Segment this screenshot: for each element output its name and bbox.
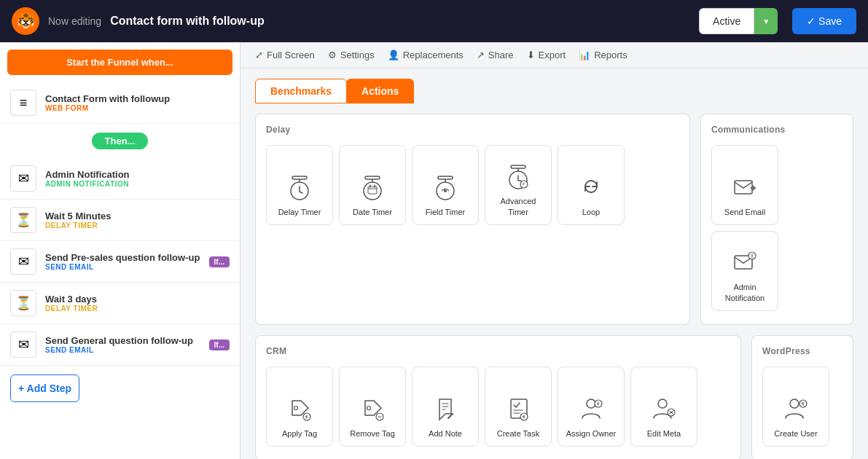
action-send-email[interactable]: Send Email — [711, 145, 778, 225]
send-email-icon — [730, 172, 759, 201]
wait-3-badge: DELAY TIMER — [45, 305, 230, 313]
sidebar: Start the Funnel when... ≡ Contact Form … — [0, 42, 241, 459]
sidebar-item-contact-form[interactable]: ≡ Contact Form with followup WEB FORM — [0, 82, 240, 124]
general-title: Send General question follow-up — [45, 335, 200, 346]
action-field-timer[interactable]: Field Timer — [412, 145, 479, 225]
delay-timer-icon — [285, 172, 314, 201]
sidebar-item-wait-5[interactable]: ⏳ Wait 5 Minutes DELAY TIMER — [0, 200, 240, 241]
admin-notification-badge: ADMIN NOTIFICATION — [45, 180, 230, 188]
advanced-timer-label: Advanced Timer — [491, 196, 545, 217]
then-label: Then... — [92, 133, 149, 149]
wait-5-icon: ⏳ — [10, 207, 36, 233]
action-advanced-timer[interactable]: Advanced Timer — [485, 145, 552, 225]
delay-section-title: Delay — [266, 125, 679, 135]
svg-point-17 — [367, 406, 371, 409]
svg-point-23 — [658, 399, 667, 408]
start-banner[interactable]: Start the Funnel when... — [7, 50, 232, 75]
toolbar: ⤢ Full Screen ⚙ Settings 👤 Replacements … — [241, 42, 868, 68]
svg-rect-4 — [368, 187, 377, 194]
contact-form-badge: WEB FORM — [45, 104, 230, 112]
replacements-icon: 👤 — [388, 50, 399, 60]
main-layout: Start the Funnel when... ≡ Contact Form … — [0, 42, 868, 459]
replacements-button[interactable]: 👤 Replacements — [388, 50, 464, 60]
tab-benchmarks[interactable]: Benchmarks — [255, 79, 347, 103]
general-badge: SEND EMAIL — [45, 346, 200, 354]
action-add-note[interactable]: Add Note — [412, 366, 479, 447]
add-note-label: Add Note — [429, 428, 462, 439]
remove-tag-icon — [358, 393, 387, 423]
apply-tag-label: Apply Tag — [282, 428, 317, 439]
action-delay-timer[interactable]: Delay Timer — [266, 145, 333, 225]
tab-actions[interactable]: Actions — [346, 79, 414, 103]
sidebar-item-admin-notification[interactable]: ✉ Admin Notification ADMIN NOTIFICATION — [0, 158, 240, 200]
action-remove-tag[interactable]: Remove Tag — [339, 366, 406, 447]
share-button[interactable]: ↗ Share — [477, 50, 514, 60]
sidebar-item-presales[interactable]: ✉ Send Pre-sales question follow-up SEND… — [0, 241, 240, 283]
actions-body: Delay Delay Timer — [241, 103, 868, 459]
add-step-button[interactable]: + Add Step — [10, 374, 79, 402]
create-user-label: Create User — [774, 428, 817, 439]
funnel-title: Contact form with follow-up — [110, 15, 265, 28]
crm-items-grid: Apply Tag Remove Tag — [266, 366, 730, 447]
svg-rect-8 — [511, 165, 525, 168]
admin-notification-label: Admin Notification — [718, 282, 772, 303]
reports-button[interactable]: 📊 Reports — [579, 50, 627, 60]
row-delay-comms: Delay Delay Timer — [255, 114, 853, 325]
export-icon: ⬇ — [527, 50, 535, 60]
action-apply-tag[interactable]: Apply Tag — [266, 366, 333, 447]
svg-point-21 — [587, 399, 595, 408]
save-button[interactable]: ✓ Save — [792, 8, 856, 34]
apply-tag-icon — [285, 393, 314, 423]
assign-owner-icon — [576, 393, 606, 423]
sidebar-item-general[interactable]: ✉ Send General question follow-up SEND E… — [0, 324, 240, 366]
admin-notification-icon: ✉ — [10, 165, 36, 192]
svg-point-3 — [364, 182, 381, 200]
admin-notification-icon — [730, 247, 759, 276]
sidebar-item-wait-3[interactable]: ⏳ Wait 3 days DELAY TIMER — [0, 283, 240, 324]
replacements-label: Replacements — [403, 50, 464, 60]
svg-rect-11 — [735, 181, 752, 194]
wait-5-badge: DELAY TIMER — [45, 221, 230, 230]
reports-label: Reports — [594, 50, 627, 60]
communications-section-title: Communications — [711, 125, 842, 135]
advanced-timer-icon — [504, 161, 533, 190]
fullscreen-label: Full Screen — [267, 50, 315, 60]
svg-rect-5 — [438, 176, 453, 179]
share-icon: ↗ — [477, 50, 485, 60]
create-task-label: Create Task — [497, 428, 540, 439]
now-editing-label: Now editing — [48, 15, 101, 27]
general-icon: ✉ — [10, 332, 36, 358]
export-button[interactable]: ⬇ Export — [527, 50, 566, 60]
wait-5-title: Wait 5 Minutes — [45, 211, 230, 221]
svg-point-7 — [444, 189, 447, 192]
action-admin-notification[interactable]: Admin Notification — [711, 231, 778, 311]
svg-rect-0 — [292, 176, 307, 179]
action-edit-meta[interactable]: Edit Meta — [630, 366, 697, 447]
status-active[interactable]: Active — [699, 8, 754, 34]
contact-form-icon: ≡ — [10, 90, 36, 116]
action-loop[interactable]: Loop — [558, 145, 625, 225]
fullscreen-button[interactable]: ⤢ Full Screen — [255, 50, 315, 60]
edit-meta-label: Edit Meta — [647, 428, 681, 439]
assign-owner-label: Assign Owner — [566, 428, 616, 439]
comms-items-grid: Send Email Admin Notification — [711, 145, 842, 311]
wordpress-section: WordPress Create User — [751, 335, 853, 459]
tabs-row: Benchmarks Actions — [241, 68, 868, 103]
settings-button[interactable]: ⚙ Settings — [328, 50, 375, 60]
send-email-label: Send Email — [724, 207, 765, 217]
edit-meta-icon — [649, 393, 679, 423]
wait-3-title: Wait 3 days — [45, 294, 230, 305]
action-create-task[interactable]: Create Task — [485, 366, 552, 447]
add-note-icon — [431, 393, 460, 423]
action-assign-owner[interactable]: Assign Owner — [558, 366, 625, 447]
action-date-timer[interactable]: Date Timer — [339, 145, 406, 225]
status-dropdown-btn[interactable] — [754, 8, 778, 34]
date-timer-label: Date Timer — [353, 207, 392, 217]
action-create-user[interactable]: Create User — [762, 366, 829, 447]
svg-point-25 — [790, 399, 799, 408]
svg-rect-2 — [365, 176, 380, 179]
presales-badge: SEND EMAIL — [45, 263, 200, 271]
field-timer-label: Field Timer — [426, 207, 465, 217]
presales-title: Send Pre-sales question follow-up — [45, 252, 200, 263]
delay-items-grid: Delay Timer Date Timer — [266, 145, 679, 225]
